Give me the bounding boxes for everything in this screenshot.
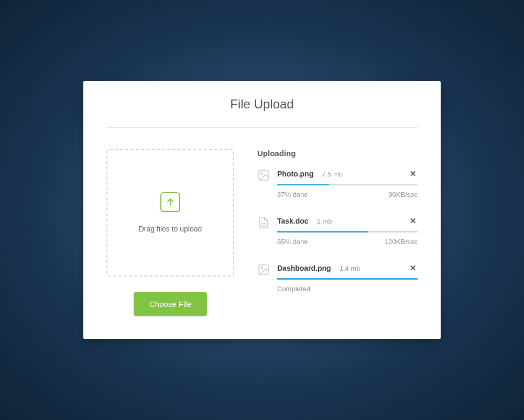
progress-bar xyxy=(277,231,418,233)
speed-text: 120KB/sec xyxy=(385,238,418,246)
progress-bar xyxy=(277,184,418,185)
upload-icon xyxy=(160,192,180,212)
upload-item: Dashboard.png1.4 mb✕Completed xyxy=(257,263,418,293)
speed-text: 90KB/sec xyxy=(388,191,418,198)
svg-point-2 xyxy=(261,173,263,174)
progress-text: 37% done xyxy=(277,191,308,198)
close-icon[interactable]: ✕ xyxy=(409,216,418,226)
choose-file-button[interactable]: Choose File xyxy=(134,292,207,316)
progress-bar xyxy=(277,278,418,280)
right-column: Uploading Photo.png7.5 mb✕37% done90KB/s… xyxy=(257,149,418,316)
left-column: Drag files to upload Choose File xyxy=(106,149,234,316)
dropzone-label: Drag files to upload xyxy=(139,225,202,233)
file-name: Photo.png xyxy=(277,170,313,178)
status-text: Completed xyxy=(277,285,310,293)
page-title: File Upload xyxy=(106,97,418,112)
dropzone[interactable]: Drag files to upload xyxy=(106,149,234,277)
file-body: Dashboard.png1.4 mb✕Completed xyxy=(277,263,418,293)
image-icon xyxy=(257,263,270,276)
file-header: Dashboard.png1.4 mb✕ xyxy=(277,263,418,273)
file-header: Task.doc2 mb✕ xyxy=(277,216,418,226)
file-body: Photo.png7.5 mb✕37% done90KB/sec xyxy=(277,169,418,198)
image-icon xyxy=(257,169,270,182)
file-size: 2 mb xyxy=(317,217,332,225)
close-icon[interactable]: ✕ xyxy=(409,169,418,179)
close-icon[interactable]: ✕ xyxy=(409,263,418,273)
upload-card: File Upload Drag files to upload Choose … xyxy=(83,81,441,339)
svg-point-6 xyxy=(261,267,263,269)
layout: Drag files to upload Choose File Uploadi… xyxy=(106,149,418,316)
file-size: 1.4 mb xyxy=(340,264,361,272)
progress-text: 65% done xyxy=(277,238,308,246)
uploading-heading: Uploading xyxy=(257,149,418,158)
upload-item: Photo.png7.5 mb✕37% done90KB/sec xyxy=(257,169,418,198)
file-header: Photo.png7.5 mb✕ xyxy=(277,169,418,179)
upload-item: Task.doc2 mb✕65% done120KB/sec xyxy=(257,216,418,246)
file-body: Task.doc2 mb✕65% done120KB/sec xyxy=(277,216,418,246)
file-name: Task.doc xyxy=(277,217,309,225)
file-list: Photo.png7.5 mb✕37% done90KB/secTask.doc… xyxy=(257,169,418,293)
file-size: 7.5 mb xyxy=(322,170,343,178)
divider xyxy=(106,127,418,128)
document-icon xyxy=(257,216,270,229)
file-name: Dashboard.png xyxy=(277,264,331,272)
